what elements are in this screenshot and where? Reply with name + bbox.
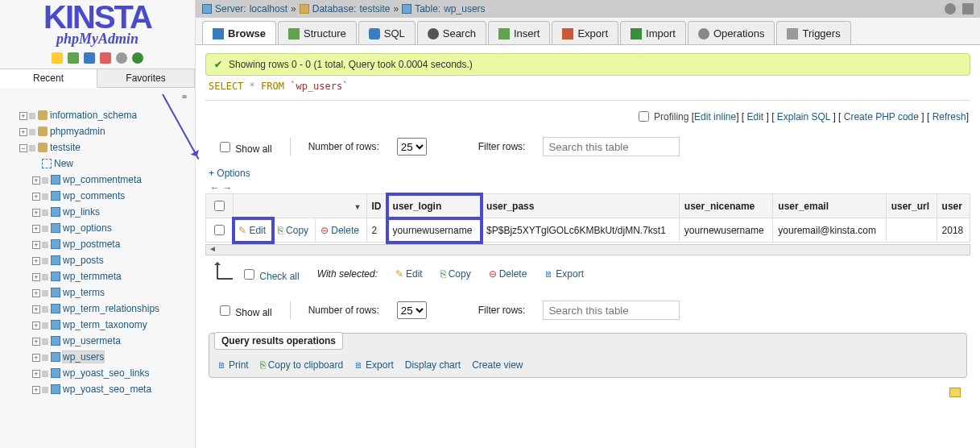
tree-db[interactable]: information_schema <box>50 110 137 121</box>
profiling-checkbox[interactable] <box>639 111 649 122</box>
filter-input[interactable] <box>543 137 680 156</box>
tree-toggle[interactable]: + <box>32 370 40 378</box>
tree-table[interactable]: wp_usermeta <box>63 335 121 346</box>
gear-icon[interactable] <box>116 52 127 64</box>
tree-toggle[interactable]: + <box>32 338 40 346</box>
tree-toggle[interactable]: + <box>32 273 40 281</box>
col-user_pass[interactable]: user_pass <box>482 194 680 218</box>
num-rows-select-2[interactable]: 25 <box>397 301 427 319</box>
tree-table[interactable]: wp_term_taxonomy <box>63 319 147 330</box>
breadcrumb-db[interactable]: testsite <box>359 3 390 15</box>
tree-table[interactable]: wp_yoast_seo_meta <box>63 384 151 395</box>
breadcrumb-table[interactable]: wp_users <box>444 3 485 15</box>
reload-icon[interactable] <box>132 52 143 64</box>
tree-table[interactable]: wp_comments <box>63 190 125 201</box>
horizontal-scrollbar[interactable] <box>205 244 970 255</box>
edit-inline-link[interactable]: Edit inline <box>694 111 736 122</box>
nav-settings-icon[interactable] <box>100 52 111 64</box>
logo[interactable]: KINSTA phpMyAdmin <box>0 0 195 49</box>
tree-toggle[interactable]: + <box>32 257 40 265</box>
tree-toggle[interactable]: + <box>19 128 27 136</box>
col-user_nicename[interactable]: user_nicename <box>679 194 772 218</box>
breadcrumb-server[interactable]: localhost <box>250 3 287 15</box>
batch-copy[interactable]: Copy <box>440 268 471 280</box>
tree-new[interactable]: New <box>54 158 73 169</box>
tab-browse[interactable]: Browse <box>202 21 276 44</box>
tree-toggle[interactable]: + <box>32 193 40 201</box>
tree-table[interactable]: wp_posts <box>63 255 104 266</box>
sort-arrows[interactable]: ← → <box>210 182 232 193</box>
tree-table[interactable]: wp_commentmeta <box>63 174 142 185</box>
tree-table[interactable]: wp_links <box>63 206 100 218</box>
tree-toggle[interactable]: + <box>32 176 40 185</box>
refresh-link[interactable]: Refresh <box>932 111 966 122</box>
tab-favorites[interactable]: Favorites <box>97 69 195 88</box>
batch-edit[interactable]: Edit <box>395 268 423 280</box>
qro-chart[interactable]: Display chart <box>405 359 461 371</box>
row-copy[interactable]: Copy <box>278 225 308 236</box>
tree-db[interactable]: phpmyadmin <box>50 126 105 137</box>
qro-clip[interactable]: Copy to clipboard <box>260 359 343 371</box>
show-all-checkbox-2[interactable] <box>220 305 230 316</box>
row-checkbox[interactable] <box>214 225 225 235</box>
explain-sql-link[interactable]: Explain SQL <box>777 111 830 122</box>
tree-table[interactable]: wp_termmeta <box>63 271 122 282</box>
tab-recent[interactable]: Recent <box>0 69 97 88</box>
qro-export[interactable]: Export <box>354 359 394 371</box>
tree-table[interactable]: wp_users <box>63 351 104 363</box>
tab-import[interactable]: Import <box>620 21 686 44</box>
check-all-wrap[interactable]: Check all <box>241 267 300 282</box>
col-user_url[interactable]: user_url <box>886 194 937 218</box>
collapse-icon[interactable] <box>962 3 974 15</box>
qro-view[interactable]: Create view <box>472 359 523 371</box>
home-icon[interactable] <box>52 52 63 64</box>
settings-gear-icon[interactable] <box>945 3 956 15</box>
tab-insert[interactable]: Insert <box>488 21 551 44</box>
show-all-wrap[interactable]: Show all <box>217 139 272 155</box>
tree-toggle[interactable]: + <box>32 354 40 362</box>
col-user_email[interactable]: user_email <box>773 194 886 218</box>
tree-table[interactable]: wp_options <box>63 222 112 234</box>
tree-table[interactable]: wp_terms <box>63 287 105 298</box>
bookmark-icon[interactable] <box>949 388 961 397</box>
col-ID[interactable]: ID <box>366 194 387 218</box>
col-user_login[interactable]: user_login <box>387 194 481 218</box>
tree-table[interactable]: wp_yoast_seo_links <box>63 367 149 379</box>
tree-table[interactable]: wp_postmeta <box>63 239 120 250</box>
docs-icon[interactable] <box>84 52 95 64</box>
tab-operations[interactable]: Operations <box>688 21 775 44</box>
row-delete[interactable]: Delete <box>320 225 359 236</box>
tab-search[interactable]: Search <box>417 21 486 44</box>
edit-link[interactable]: Edit <box>746 111 763 122</box>
tab-triggers[interactable]: Triggers <box>776 21 850 44</box>
actions-header[interactable] <box>234 194 366 218</box>
tree-toggle[interactable]: + <box>32 386 40 394</box>
tree-toggle[interactable]: + <box>32 321 40 330</box>
tree-table[interactable]: wp_term_relationships <box>63 303 159 314</box>
check-all-checkbox[interactable] <box>244 269 254 280</box>
link-icon[interactable]: ⚭ <box>180 91 188 102</box>
tree-toggle[interactable]: + <box>32 209 40 217</box>
options-toggle[interactable]: + Options <box>205 168 970 182</box>
tab-structure[interactable]: Structure <box>278 21 357 44</box>
tree-db[interactable]: testsite <box>50 142 81 153</box>
show-all-checkbox[interactable] <box>220 142 230 152</box>
tree-toggle[interactable]: + <box>19 112 27 120</box>
batch-delete[interactable]: Delete <box>489 268 527 280</box>
tree-toggle[interactable]: − <box>19 144 27 152</box>
batch-export[interactable]: Export <box>544 268 584 280</box>
tab-sql[interactable]: SQL <box>358 21 416 44</box>
tab-export[interactable]: Export <box>552 21 618 44</box>
filter-input-2[interactable] <box>543 301 680 320</box>
tree-toggle[interactable]: + <box>32 225 40 233</box>
create-php-link[interactable]: Create PHP code <box>844 111 919 122</box>
tree-toggle[interactable]: + <box>32 241 40 249</box>
row-edit[interactable]: Edit <box>238 225 266 236</box>
qro-print[interactable]: Print <box>217 359 249 371</box>
col-user[interactable]: user <box>937 194 970 218</box>
tree-toggle[interactable]: + <box>32 289 40 297</box>
select-all-rows[interactable] <box>214 201 225 211</box>
logout-icon[interactable] <box>68 52 79 64</box>
num-rows-select[interactable]: 25 <box>397 138 427 156</box>
tree-toggle[interactable]: + <box>32 305 40 313</box>
